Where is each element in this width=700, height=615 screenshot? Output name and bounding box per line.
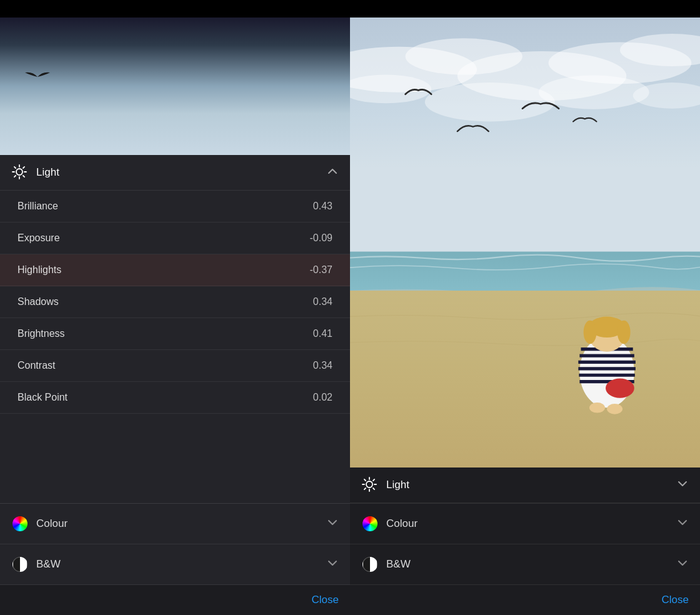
adj-row-shadows[interactable]: Shadows 0.34 (0, 286, 350, 318)
bottom-sections-left: Colour B&W (0, 503, 350, 585)
close-bar-left: Close (0, 585, 350, 615)
colour-icon-right (361, 515, 379, 532)
svg-point-34 (607, 404, 622, 414)
light-section-header[interactable]: Light (0, 155, 350, 191)
svg-point-35 (366, 481, 372, 488)
colour-circle-right (362, 516, 378, 531)
bw-row-right[interactable]: B&W (350, 544, 700, 585)
light-chevron-right (676, 478, 689, 493)
bird-1 (21, 70, 54, 84)
svg-line-40 (364, 479, 366, 481)
colour-chevron-left (326, 516, 339, 532)
adj-label-brilliance: Brilliance (18, 201, 58, 212)
svg-line-42 (373, 479, 374, 481)
controls-panel-left: Light Brilliance 0.43 Exposure -0.09 Hig… (0, 155, 350, 615)
controls-panel-right: Light Colour B&W (350, 468, 700, 615)
svg-point-31 (584, 321, 597, 344)
colour-row-left[interactable]: Colour (0, 504, 350, 544)
svg-point-32 (618, 321, 631, 344)
light-label-right: Light (386, 479, 676, 491)
adj-row-contrast[interactable]: Contrast 0.34 (0, 350, 350, 382)
top-bar-right (350, 0, 700, 18)
adj-value-contrast: 0.34 (313, 360, 332, 371)
bw-chevron-left (326, 557, 339, 572)
svg-point-28 (606, 378, 634, 398)
bw-label-right: B&W (386, 558, 676, 571)
light-section-header-right[interactable]: Light (350, 468, 700, 503)
adj-value-brilliance: 0.43 (313, 201, 332, 212)
bw-circle-left (12, 557, 28, 572)
light-chevron-left (326, 165, 339, 181)
sky-background-right (350, 18, 700, 468)
svg-point-33 (589, 402, 605, 413)
adj-label-contrast: Contrast (18, 360, 55, 371)
bw-icon-left (11, 556, 29, 573)
colour-label-right: Colour (386, 518, 676, 530)
adj-label-blackpoint: Black Point (18, 392, 68, 403)
colour-label-left: Colour (36, 518, 326, 530)
adj-label-exposure: Exposure (18, 232, 60, 244)
right-panel: Light Colour B&W (350, 0, 700, 615)
bw-circle-right (362, 557, 378, 572)
bw-chevron-right (676, 557, 689, 572)
adj-label-highlights: Highlights (18, 264, 61, 276)
close-bar-right: Close (350, 585, 700, 615)
adj-label-brightness: Brightness (18, 328, 65, 339)
sun-icon-left (11, 164, 29, 181)
adj-row-highlights[interactable]: Highlights -0.37 (0, 254, 350, 286)
svg-rect-20 (350, 291, 700, 468)
top-bar-left (0, 0, 350, 18)
svg-line-5 (14, 167, 16, 168)
colour-icon-left (11, 515, 29, 532)
adj-value-exposure: -0.09 (310, 232, 332, 244)
bw-label-left: B&W (36, 558, 326, 571)
photo-area-left (0, 18, 350, 155)
svg-line-7 (23, 167, 24, 168)
svg-point-0 (16, 169, 22, 175)
colour-circle-left (12, 516, 28, 531)
left-panel: Light Brilliance 0.43 Exposure -0.09 Hig… (0, 0, 350, 615)
sun-icon-right (361, 476, 379, 494)
adj-row-brilliance[interactable]: Brilliance 0.43 (0, 191, 350, 222)
adj-row-exposure[interactable]: Exposure -0.09 (0, 222, 350, 254)
adj-row-blackpoint[interactable]: Black Point 0.02 (0, 382, 350, 414)
adj-value-shadows: 0.34 (313, 296, 332, 308)
adj-value-highlights: -0.37 (310, 264, 332, 276)
adjustments-list-left: Brilliance 0.43 Exposure -0.09 Highlight… (0, 191, 350, 503)
beach-scene-svg (350, 18, 700, 468)
bw-icon-right (361, 556, 379, 573)
bw-row-left[interactable]: B&W (0, 544, 350, 585)
svg-line-6 (23, 176, 24, 177)
close-button-left[interactable]: Close (312, 594, 339, 606)
adj-value-brightness: 0.41 (313, 328, 332, 339)
photo-area-right (350, 18, 700, 468)
close-button-right[interactable]: Close (662, 594, 689, 606)
adj-label-shadows: Shadows (18, 296, 59, 308)
svg-point-17 (539, 76, 649, 109)
colour-chevron-right (676, 516, 689, 532)
svg-line-8 (14, 176, 16, 177)
svg-point-16 (425, 82, 555, 121)
svg-line-41 (373, 488, 374, 489)
colour-row-right[interactable]: Colour (350, 503, 700, 544)
adj-row-brightness[interactable]: Brightness 0.41 (0, 318, 350, 350)
svg-line-43 (364, 488, 366, 489)
light-label-left: Light (36, 166, 326, 179)
sky-background-left (0, 18, 350, 155)
adj-value-blackpoint: 0.02 (313, 392, 332, 403)
